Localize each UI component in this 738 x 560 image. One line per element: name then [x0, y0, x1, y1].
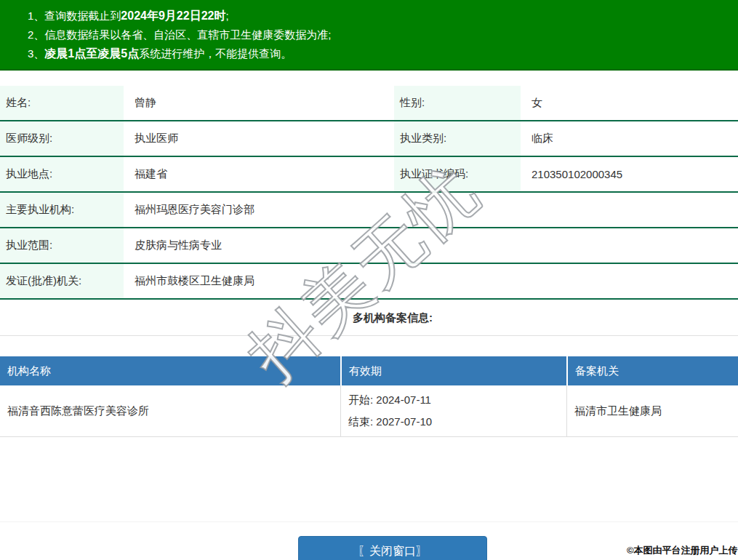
- doctor-level-label: 医师级别:: [0, 121, 124, 156]
- practitioner-info-table: 姓名: 曾静 性别: 女 医师级别: 执业医师 执业类别: 临床 执业地点: 福…: [0, 86, 738, 300]
- notice-number: 2、: [28, 28, 44, 41]
- main-institution-label: 主要执业机构:: [0, 193, 124, 227]
- notice-bold-text: 凌晨1点至凌晨5点: [44, 47, 139, 60]
- gender-value: 女: [521, 86, 738, 120]
- practice-scope-label: 执业范围:: [0, 228, 124, 263]
- multi-org-section-title: 多机构备案信息:: [0, 300, 738, 336]
- name-label: 姓名:: [0, 86, 124, 120]
- table-row-name-gender: 姓名: 曾静 性别: 女: [0, 86, 738, 121]
- notice-text: ;: [225, 9, 228, 22]
- practice-scope-value: 皮肤病与性病专业: [124, 228, 738, 263]
- issuing-authority-label: 发证(批准)机关:: [0, 264, 124, 298]
- notice-line-3: 3、凌晨1点至凌晨5点系统进行维护，不能提供查询。: [28, 44, 738, 63]
- gender-label: 性别:: [394, 86, 521, 120]
- notice-banner: 1、查询数据截止到2024年9月22日22时; 2、信息数据结果以各省、自治区、…: [0, 0, 738, 71]
- org-name-value: 福清音西陈意蕾医疗美容诊所: [0, 385, 340, 436]
- valid-period-end: 结束: 2027-07-10: [348, 411, 566, 433]
- notice-text: 查询数据截止到: [44, 9, 121, 22]
- notice-number: 1、: [28, 9, 44, 22]
- record-authority-column-header: 备案机关: [566, 356, 738, 385]
- valid-period-column-header: 有效期: [340, 356, 566, 385]
- table-row-level-category: 医师级别: 执业医师 执业类别: 临床: [0, 121, 738, 157]
- name-value: 曾静: [124, 86, 394, 120]
- upload-attribution-note: ©本图由平台注册用户上传: [627, 544, 738, 557]
- content-container: 1、查询数据截止到2024年9月22日22时; 2、信息数据结果以各省、自治区、…: [0, 0, 738, 437]
- notice-text: 信息数据结果以各省、自治区、直辖市卫生健康委数据为准;: [44, 28, 331, 41]
- practice-location-value: 福建省: [124, 157, 394, 191]
- table-row-practice-scope: 执业范围: 皮肤病与性病专业: [0, 228, 738, 264]
- notice-number: 3、: [28, 47, 44, 60]
- table-row-org-record: 福清音西陈意蕾医疗美容诊所 开始: 2024-07-11 结束: 2027-07…: [0, 385, 738, 437]
- practice-category-value: 临床: [521, 121, 738, 156]
- record-authority-value: 福清市卫生健康局: [566, 385, 738, 436]
- practice-category-label: 执业类别:: [394, 121, 521, 156]
- org-name-column-header: 机构名称: [0, 356, 340, 385]
- table-row-issuing-authority: 发证(批准)机关: 福州市鼓楼区卫生健康局: [0, 264, 738, 300]
- certificate-number-value: 210350102000345: [521, 157, 738, 191]
- main-institution-value: 福州玛恩医疗美容门诊部: [124, 193, 738, 227]
- issuing-authority-value: 福州市鼓楼区卫生健康局: [124, 264, 738, 298]
- certificate-number-label: 执业证书编码:: [394, 157, 521, 191]
- divider: [0, 521, 738, 522]
- close-window-button[interactable]: 〖关闭窗口〗: [298, 536, 487, 560]
- valid-period-cell: 开始: 2024-07-11 结束: 2027-07-10: [340, 385, 566, 436]
- multi-org-table-header: 机构名称 有效期 备案机关: [0, 356, 738, 385]
- notice-line-1: 1、查询数据截止到2024年9月22日22时;: [28, 7, 738, 25]
- practice-location-label: 执业地点:: [0, 157, 124, 191]
- notice-text: 系统进行维护，不能提供查询。: [139, 47, 292, 60]
- valid-period-start: 开始: 2024-07-11: [348, 389, 566, 411]
- notice-bold-text: 2024年9月22日22时: [121, 9, 225, 22]
- notice-line-2: 2、信息数据结果以各省、自治区、直辖市卫生健康委数据为准;: [28, 25, 738, 44]
- doctor-level-value: 执业医师: [124, 121, 394, 156]
- table-row-main-institution: 主要执业机构: 福州玛恩医疗美容门诊部: [0, 193, 738, 228]
- table-row-location-certificate: 执业地点: 福建省 执业证书编码: 210350102000345: [0, 157, 738, 193]
- multi-org-table: 机构名称 有效期 备案机关 福清音西陈意蕾医疗美容诊所 开始: 2024-07-…: [0, 356, 738, 437]
